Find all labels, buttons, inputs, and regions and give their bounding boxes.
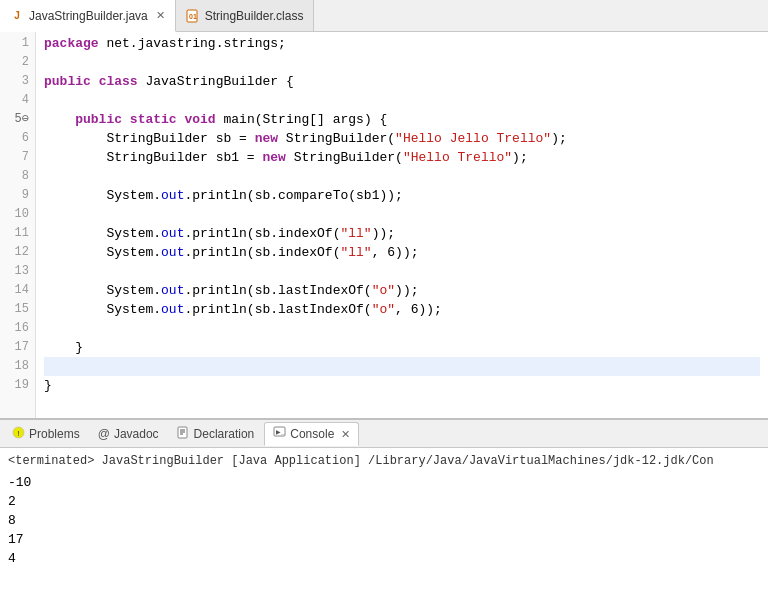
line-number: 3: [0, 72, 29, 91]
code-line: [44, 357, 760, 376]
code-line: StringBuilder sb = new StringBuilder("He…: [44, 129, 760, 148]
declaration-tab-label: Declaration: [194, 427, 255, 441]
java-tab-close-icon[interactable]: ✕: [156, 9, 165, 22]
line-number: 12: [0, 243, 29, 262]
line-number: 6: [0, 129, 29, 148]
problems-tab-label: Problems: [29, 427, 80, 441]
code-line: System.out.println(sb.lastIndexOf("o"));: [44, 281, 760, 300]
console-output-line: 17: [8, 530, 760, 549]
code-editor: 12345⊖678910111213141516171819 package n…: [0, 32, 768, 418]
line-number: 7: [0, 148, 29, 167]
code-line: public static void main(String[] args) {: [44, 110, 760, 129]
line-number: 19: [0, 376, 29, 395]
javadoc-icon: @: [98, 427, 110, 441]
declaration-icon: [177, 426, 190, 442]
console-tab[interactable]: ▶_ Console ✕: [264, 422, 359, 446]
console-output-line: 4: [8, 549, 760, 568]
console-header: <terminated> JavaStringBuilder [Java App…: [8, 452, 760, 471]
code-line: System.out.println(sb.indexOf("ll"));: [44, 224, 760, 243]
line-number: 4: [0, 91, 29, 110]
problems-tab[interactable]: ! Problems: [4, 423, 88, 445]
java-file-icon: J: [10, 9, 24, 23]
svg-text:!: !: [17, 429, 19, 438]
line-number: 13: [0, 262, 29, 281]
editor-tab-bar: J JavaStringBuilder.java ✕ 01 StringBuil…: [0, 0, 768, 32]
line-number: 14: [0, 281, 29, 300]
svg-text:▶_: ▶_: [276, 429, 285, 436]
java-file-tab[interactable]: J JavaStringBuilder.java ✕: [0, 0, 176, 32]
line-number: 10: [0, 205, 29, 224]
line-numbers: 12345⊖678910111213141516171819: [0, 32, 36, 418]
code-line: package net.javastring.strings;: [44, 34, 760, 53]
class-file-icon: 01: [186, 9, 200, 23]
console-tab-label: Console: [290, 427, 334, 441]
code-line: }: [44, 376, 760, 395]
code-line: StringBuilder sb1 = new StringBuilder("H…: [44, 148, 760, 167]
code-line: [44, 319, 760, 338]
line-number: 5⊖: [0, 110, 29, 129]
code-content[interactable]: package net.javastring.strings; public c…: [36, 32, 768, 418]
bottom-panel: ! Problems @ Javadoc Declaration: [0, 418, 768, 603]
line-number: 16: [0, 319, 29, 338]
javadoc-tab-label: Javadoc: [114, 427, 159, 441]
class-file-tab[interactable]: 01 StringBuilder.class: [176, 0, 315, 31]
console-tab-close-icon[interactable]: ✕: [341, 428, 350, 441]
code-line: [44, 53, 760, 72]
line-number: 8: [0, 167, 29, 186]
code-line: public class JavaStringBuilder {: [44, 72, 760, 91]
svg-text:01: 01: [189, 13, 197, 20]
declaration-tab[interactable]: Declaration: [169, 423, 263, 445]
console-output-line: 8: [8, 511, 760, 530]
line-number: 2: [0, 53, 29, 72]
code-line: System.out.println(sb.lastIndexOf("o", 6…: [44, 300, 760, 319]
line-number: 18: [0, 357, 29, 376]
console-output-line: 2: [8, 492, 760, 511]
java-tab-label: JavaStringBuilder.java: [29, 9, 148, 23]
code-line: [44, 262, 760, 281]
line-number: 11: [0, 224, 29, 243]
class-tab-label: StringBuilder.class: [205, 9, 304, 23]
console-output-line: -10: [8, 473, 760, 492]
line-number: 17: [0, 338, 29, 357]
code-line: [44, 167, 760, 186]
line-number: 15: [0, 300, 29, 319]
code-line: System.out.println(sb.compareTo(sb1));: [44, 186, 760, 205]
console-output: <terminated> JavaStringBuilder [Java App…: [0, 448, 768, 603]
console-icon: ▶_: [273, 426, 286, 442]
bottom-tab-bar: ! Problems @ Javadoc Declaration: [0, 420, 768, 448]
code-line: System.out.println(sb.indexOf("ll", 6));: [44, 243, 760, 262]
code-line: [44, 205, 760, 224]
line-number: 1: [0, 34, 29, 53]
line-number: 9: [0, 186, 29, 205]
problems-icon: !: [12, 426, 25, 442]
code-line: [44, 91, 760, 110]
javadoc-tab[interactable]: @ Javadoc: [90, 424, 167, 444]
code-line: }: [44, 338, 760, 357]
